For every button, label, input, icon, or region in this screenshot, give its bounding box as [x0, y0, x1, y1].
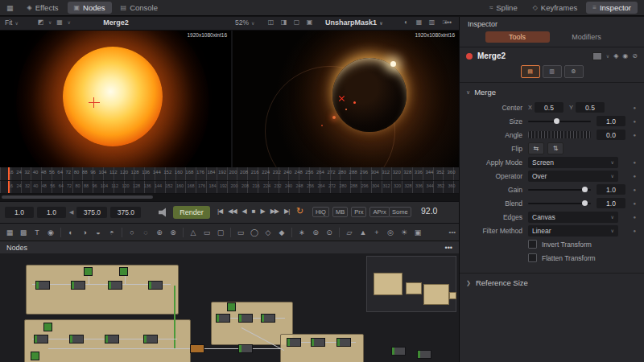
tab-effects[interactable]: ◈ Effects — [21, 2, 65, 14]
viewer-layout-icon[interactable]: ▦ — [54, 19, 64, 26]
node[interactable] — [105, 335, 119, 343]
merge3d-tool-icon[interactable]: + — [370, 226, 383, 239]
camera3d-tool-icon[interactable]: ◎ — [384, 226, 397, 239]
aprx-toggle[interactable]: APrx — [369, 207, 389, 217]
center-x-field[interactable]: 0.5 — [535, 102, 564, 113]
viewer-options-menu[interactable]: ••• — [444, 19, 452, 27]
node[interactable] — [311, 338, 325, 347]
spotlight-tool-icon[interactable]: ☀ — [398, 226, 411, 239]
tab-inspector[interactable]: ≡ Inspector — [586, 2, 638, 14]
node[interactable] — [238, 314, 253, 323]
right-viewer[interactable]: 1920x1080xint16 — [233, 31, 459, 167]
node[interactable] — [71, 281, 85, 290]
modifiers-tab[interactable]: Modifiers — [555, 31, 619, 43]
node-color-swatch[interactable] — [592, 52, 602, 60]
node[interactable] — [216, 314, 230, 323]
keyframe-dot[interactable]: ● — [633, 215, 636, 220]
slider-handle[interactable] — [582, 187, 588, 192]
app-grid-icon[interactable]: ▦ — [6, 4, 14, 12]
keyframe-dot[interactable]: ● — [633, 228, 636, 233]
polygon-mask-icon[interactable]: ◇ — [262, 226, 275, 239]
color-controls-icon[interactable]: ◐ — [401, 19, 411, 26]
tab-keyframes[interactable]: ◇ Keyframes — [526, 2, 584, 14]
crop-tool-icon[interactable]: ▢ — [214, 226, 227, 239]
bspline-mask-icon[interactable]: ◆ — [275, 226, 288, 239]
channelbooleans-tool-icon[interactable]: ⊗ — [167, 226, 180, 239]
blend-field[interactable]: 1.0 — [597, 198, 625, 208]
controls-tab-icon[interactable]: ▤ — [521, 65, 540, 78]
script-icon[interactable]: ◉ — [622, 52, 628, 60]
node[interactable] — [31, 352, 39, 360]
render-range-ruler[interactable]: 1624324048566472808896104112120128136144… — [0, 181, 459, 194]
comp-end-field[interactable]: 375.0 — [110, 207, 141, 218]
prender-tool-icon[interactable]: ⊙ — [323, 226, 336, 239]
ab-buffer-icon[interactable]: ◨ — [279, 19, 289, 26]
background-tool-icon[interactable]: ▦ — [3, 226, 16, 239]
filter-method-select[interactable]: Linear ∨ — [528, 225, 618, 237]
zoom-fit-dropdown[interactable]: Fit ∨ — [5, 19, 19, 27]
gain-field[interactable]: 1.0 — [597, 184, 625, 195]
transform-control-handle[interactable] — [93, 97, 94, 108]
brightnesscontrast-tool-icon[interactable]: ◓ — [105, 226, 118, 239]
playhead[interactable] — [8, 181, 10, 193]
apply-mode-select[interactable]: Screen ∨ — [528, 157, 618, 168]
colorcurves-tool-icon[interactable]: ◑ — [78, 226, 91, 239]
comp-start-field[interactable]: 1.0 — [5, 207, 34, 218]
reference-size-section-header[interactable]: ❯ Reference Size — [460, 273, 644, 292]
node[interactable] — [35, 281, 50, 290]
mb-toggle[interactable]: MB — [332, 207, 348, 217]
goto-start-button[interactable]: |◀ — [217, 208, 222, 215]
guides-icon[interactable]: ▥ — [427, 19, 437, 26]
render-end-field[interactable]: 375.0 — [76, 207, 107, 218]
checker-underlay-icon[interactable]: ▦ — [414, 19, 424, 26]
time-ruler[interactable]: 1624324048566472808896104112120128136144… — [0, 167, 459, 181]
node-graph[interactable] — [0, 253, 459, 362]
node[interactable] — [227, 302, 236, 311]
prx-toggle[interactable]: Prx — [351, 207, 366, 217]
tab-console[interactable]: ▤ Console — [114, 2, 164, 14]
transform-tool-icon[interactable]: △ — [187, 226, 200, 239]
audio-mute-icon[interactable] — [159, 208, 168, 217]
split-wipe-icon[interactable]: ◫ — [266, 19, 276, 26]
node[interactable] — [108, 281, 122, 290]
node[interactable] — [391, 347, 406, 356]
pmerge-tool-icon[interactable]: ⊚ — [309, 226, 322, 239]
node-group[interactable] — [26, 265, 179, 315]
keyframe-dot[interactable]: ● — [633, 160, 636, 165]
merge-tool-icon[interactable]: ⊕ — [153, 226, 166, 239]
node[interactable] — [261, 314, 275, 323]
directionalblur-tool-icon[interactable]: ◌ — [139, 226, 152, 239]
fast-forward-button[interactable]: ▶▶ — [270, 208, 279, 215]
keyframe-dot[interactable]: ● — [633, 201, 636, 206]
keyframe-dot[interactable]: ● — [633, 133, 636, 138]
timeline-scrollbar[interactable] — [0, 194, 459, 200]
stop-button[interactable]: ■ — [252, 208, 255, 215]
huecurves-tool-icon[interactable]: ◒ — [92, 226, 105, 239]
resize-tool-icon[interactable]: ▭ — [200, 226, 213, 239]
goto-end-button[interactable]: ▶| — [284, 208, 289, 215]
size-field[interactable]: 1.0 — [597, 116, 625, 126]
pemitter-tool-icon[interactable]: ∗ — [295, 226, 308, 239]
angle-thumbwheel[interactable] — [528, 131, 591, 138]
imageplane3d-tool-icon[interactable]: ▱ — [343, 226, 356, 239]
node[interactable] — [84, 267, 93, 276]
blend-slider[interactable] — [528, 200, 591, 207]
node-graph-minimap[interactable] — [366, 256, 456, 312]
colorcorrector-tool-icon[interactable]: ◐ — [64, 226, 77, 239]
merge-section-header[interactable]: ∨ Merge — [460, 83, 644, 99]
play-reverse-button[interactable]: ◀ — [242, 208, 246, 215]
slider-handle[interactable] — [554, 118, 559, 124]
node[interactable] — [238, 344, 253, 353]
fast-rewind-button[interactable]: ◀◀ — [228, 208, 236, 215]
settings-tab-icon[interactable]: ⚙ — [564, 65, 584, 78]
node-enable-dot[interactable] — [466, 53, 473, 60]
paint-tool-icon[interactable]: ◉ — [44, 226, 57, 239]
render-start-field[interactable]: 1.0 — [37, 207, 66, 218]
node[interactable] — [417, 350, 431, 359]
blur-tool-icon[interactable]: ○ — [126, 226, 138, 239]
keyframe-dot[interactable]: ● — [633, 105, 636, 110]
node[interactable] — [43, 323, 52, 331]
loop-playback-icon[interactable]: ↻ — [296, 206, 303, 216]
node[interactable] — [119, 267, 128, 276]
left-viewer-node-label[interactable]: Merge2 — [90, 19, 142, 27]
